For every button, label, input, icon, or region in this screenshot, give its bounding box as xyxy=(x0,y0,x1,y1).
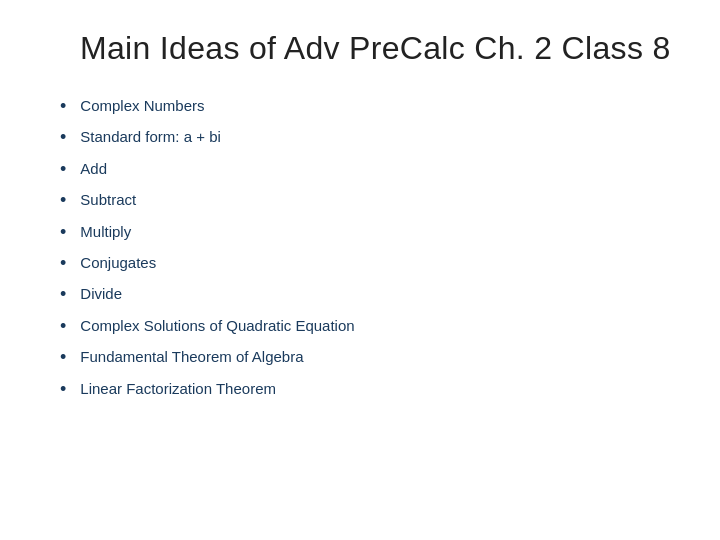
list-item: •Conjugates xyxy=(60,252,680,275)
bullet-dot-icon: • xyxy=(60,378,66,401)
bullet-text: Complex Numbers xyxy=(80,95,204,116)
bullet-text: Subtract xyxy=(80,189,136,210)
bullet-text: Multiply xyxy=(80,221,131,242)
page: Main Ideas of Adv PreCalc Ch. 2 Class 8 … xyxy=(0,0,720,540)
list-item: •Multiply xyxy=(60,221,680,244)
bullet-text: Divide xyxy=(80,283,122,304)
bullet-text: Linear Factorization Theorem xyxy=(80,378,276,399)
list-item: •Add xyxy=(60,158,680,181)
bullet-dot-icon: • xyxy=(60,189,66,212)
bullet-dot-icon: • xyxy=(60,315,66,338)
page-title: Main Ideas of Adv PreCalc Ch. 2 Class 8 xyxy=(80,30,680,67)
list-item: •Complex Numbers xyxy=(60,95,680,118)
bullet-text: Standard form: a + bi xyxy=(80,126,221,147)
bullet-text: Fundamental Theorem of Algebra xyxy=(80,346,303,367)
bullet-dot-icon: • xyxy=(60,158,66,181)
bullet-dot-icon: • xyxy=(60,252,66,275)
list-item: •Standard form: a + bi xyxy=(60,126,680,149)
bullet-dot-icon: • xyxy=(60,126,66,149)
bullet-dot-icon: • xyxy=(60,95,66,118)
bullet-text: Add xyxy=(80,158,107,179)
bullet-dot-icon: • xyxy=(60,283,66,306)
list-item: •Subtract xyxy=(60,189,680,212)
bullet-dot-icon: • xyxy=(60,346,66,369)
list-item: •Linear Factorization Theorem xyxy=(60,378,680,401)
bullet-list: •Complex Numbers•Standard form: a + bi•A… xyxy=(60,95,680,409)
bullet-dot-icon: • xyxy=(60,221,66,244)
list-item: •Divide xyxy=(60,283,680,306)
list-item: •Fundamental Theorem of Algebra xyxy=(60,346,680,369)
bullet-text: Conjugates xyxy=(80,252,156,273)
bullet-text: Complex Solutions of Quadratic Equation xyxy=(80,315,354,336)
list-item: •Complex Solutions of Quadratic Equation xyxy=(60,315,680,338)
